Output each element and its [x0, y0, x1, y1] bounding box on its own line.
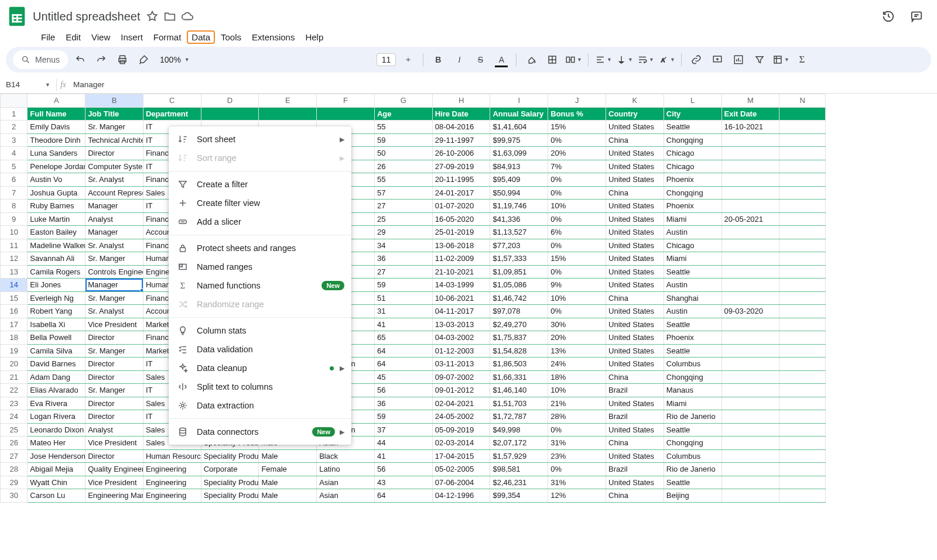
- cell-B18[interactable]: Director: [86, 331, 143, 345]
- cell-M10[interactable]: [721, 226, 779, 239]
- cell-I19[interactable]: $1,54,828: [490, 344, 548, 358]
- menu-data-extraction[interactable]: Data extraction: [169, 396, 351, 415]
- cell-J12[interactable]: 15%: [548, 252, 606, 266]
- cell-H23[interactable]: 02-04-2021: [432, 397, 490, 410]
- cell-I22[interactable]: $1,46,140: [490, 384, 548, 397]
- insert-comment-button[interactable]: [709, 51, 726, 68]
- cell-K14[interactable]: United States: [606, 279, 664, 292]
- cell-L26[interactable]: Chongqing: [664, 437, 721, 450]
- cell-N11[interactable]: [779, 239, 826, 252]
- cell-H8[interactable]: 01-07-2020: [432, 200, 490, 213]
- cell-N23[interactable]: [779, 397, 826, 410]
- cell-L19[interactable]: Seattle: [664, 344, 721, 358]
- cell-G19[interactable]: 64: [374, 344, 432, 358]
- cell-M9[interactable]: 20-05-2021: [721, 212, 779, 226]
- header-cell[interactable]: City: [664, 107, 721, 121]
- menu-data-validation[interactable]: Data validation: [169, 340, 351, 359]
- column-header-F[interactable]: F: [317, 94, 375, 108]
- cell-I10[interactable]: $1,13,527: [490, 226, 548, 239]
- cell-M20[interactable]: [721, 358, 779, 371]
- header-cell[interactable]: Full Name: [28, 107, 86, 121]
- cell-M21[interactable]: [721, 370, 779, 384]
- cell-J10[interactable]: 6%: [548, 226, 606, 239]
- cell-H3[interactable]: 29-11-1997: [432, 133, 490, 147]
- cell-N22[interactable]: [779, 384, 826, 397]
- cell-L28[interactable]: Rio de Janerio: [664, 463, 721, 476]
- cell-C27[interactable]: Human Resource: [143, 449, 201, 463]
- cell-G22[interactable]: 56: [374, 384, 432, 397]
- font-size-input[interactable]: 11: [377, 53, 396, 66]
- cell-K7[interactable]: China: [606, 186, 664, 200]
- cell-G20[interactable]: 64: [374, 358, 432, 371]
- cell-H5[interactable]: 27-09-2019: [432, 160, 490, 173]
- cell-D30[interactable]: Speciality Produc: [201, 489, 259, 503]
- cell-N27[interactable]: [779, 449, 826, 463]
- cell-H11[interactable]: 13-06-2018: [432, 239, 490, 252]
- cell-N14[interactable]: [779, 279, 826, 292]
- cell-I9[interactable]: $41,336: [490, 212, 548, 226]
- menu-view[interactable]: View: [87, 30, 115, 44]
- cell-L15[interactable]: Shanghai: [664, 291, 721, 305]
- row-header[interactable]: 10: [1, 226, 28, 239]
- cell-K4[interactable]: United States: [606, 147, 664, 160]
- cell-H13[interactable]: 21-10-2021: [432, 265, 490, 279]
- cell-A22[interactable]: Elias Alvarado: [28, 384, 86, 397]
- cell-K6[interactable]: United States: [606, 173, 664, 187]
- row-header[interactable]: 16: [1, 305, 28, 318]
- cell-G8[interactable]: 27: [374, 200, 432, 213]
- column-header-M[interactable]: M: [721, 94, 779, 108]
- cell-G14[interactable]: 59: [374, 279, 432, 292]
- cell-L23[interactable]: Miami: [664, 397, 721, 410]
- cell-B29[interactable]: Vice President: [86, 476, 143, 489]
- column-header-I[interactable]: I: [490, 94, 548, 108]
- cell-I18[interactable]: $1,75,837: [490, 331, 548, 345]
- menu-sort-sheet[interactable]: Sort sheet▶: [169, 130, 351, 149]
- cell-M17[interactable]: [721, 318, 779, 331]
- column-header-N[interactable]: N: [779, 94, 826, 108]
- cell-N26[interactable]: [779, 437, 826, 450]
- cell-N6[interactable]: [779, 173, 826, 187]
- cell-A2[interactable]: Emily Davis: [28, 121, 86, 134]
- cell-J14[interactable]: 9%: [548, 279, 606, 292]
- valign-button[interactable]: ▼: [615, 51, 633, 68]
- cell-B25[interactable]: Analyst: [86, 423, 143, 437]
- cell-B11[interactable]: Sr. Analyst: [86, 239, 143, 252]
- menu-named-functions[interactable]: ΣNamed functionsNew: [169, 276, 351, 295]
- cell-M25[interactable]: [721, 423, 779, 437]
- menus-search[interactable]: Menus: [13, 50, 68, 69]
- cell-J16[interactable]: 0%: [548, 305, 606, 318]
- row-header[interactable]: 25: [1, 423, 28, 437]
- cell-M22[interactable]: [721, 384, 779, 397]
- row-header[interactable]: 29: [1, 476, 28, 489]
- cell-D28[interactable]: Corporate: [201, 463, 259, 476]
- cell-H26[interactable]: 02-03-2014: [432, 437, 490, 450]
- menu-column-stats[interactable]: Column stats: [169, 321, 351, 340]
- cell-B13[interactable]: Controls Enginee: [86, 265, 143, 279]
- cell-K25[interactable]: United States: [606, 423, 664, 437]
- cell-I26[interactable]: $2,07,172: [490, 437, 548, 450]
- cell-M13[interactable]: [721, 265, 779, 279]
- cell-H16[interactable]: 04-11-2017: [432, 305, 490, 318]
- row-header[interactable]: 7: [1, 186, 28, 200]
- cell-K13[interactable]: United States: [606, 265, 664, 279]
- cell-G3[interactable]: 59: [374, 133, 432, 147]
- cell-J8[interactable]: 10%: [548, 200, 606, 213]
- cell-H21[interactable]: 09-07-2002: [432, 370, 490, 384]
- cell-M28[interactable]: [721, 463, 779, 476]
- row-header[interactable]: 17: [1, 318, 28, 331]
- menu-file[interactable]: File: [36, 30, 60, 44]
- cell-M29[interactable]: [721, 476, 779, 489]
- row-header[interactable]: 20: [1, 358, 28, 371]
- cell-I11[interactable]: $77,203: [490, 239, 548, 252]
- cell-A21[interactable]: Adam Dang: [28, 370, 86, 384]
- functions-button[interactable]: Σ: [793, 51, 811, 68]
- cell-N16[interactable]: [779, 305, 826, 318]
- cell-B3[interactable]: Technical Archite: [86, 133, 143, 147]
- rotate-button[interactable]: A▼: [658, 51, 675, 68]
- cell-K21[interactable]: China: [606, 370, 664, 384]
- menu-data-cleanup[interactable]: Data cleanup▶: [169, 359, 351, 377]
- star-icon[interactable]: [146, 10, 159, 23]
- cell-K12[interactable]: United States: [606, 252, 664, 266]
- cell-I21[interactable]: $1,66,331: [490, 370, 548, 384]
- cell-H20[interactable]: 03-11-2013: [432, 358, 490, 371]
